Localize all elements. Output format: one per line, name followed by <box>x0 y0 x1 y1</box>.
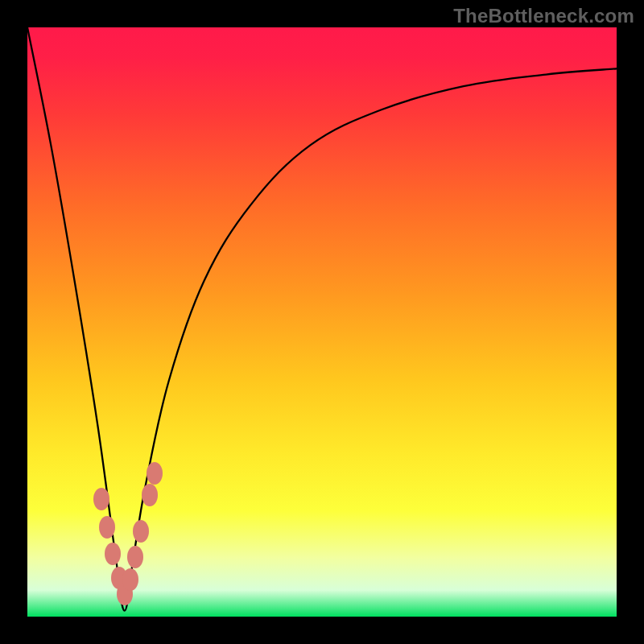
marker-bead <box>105 543 121 565</box>
watermark-text: TheBottleneck.com <box>453 5 634 27</box>
marker-bead <box>142 484 158 506</box>
marker-bead <box>99 516 115 539</box>
marker-bead <box>122 568 138 591</box>
marker-bead <box>133 520 149 543</box>
marker-bead <box>147 462 163 485</box>
marker-bead <box>127 546 143 568</box>
marker-bead <box>93 488 109 510</box>
plot-area <box>27 27 617 617</box>
bottleneck-chart <box>0 0 644 644</box>
